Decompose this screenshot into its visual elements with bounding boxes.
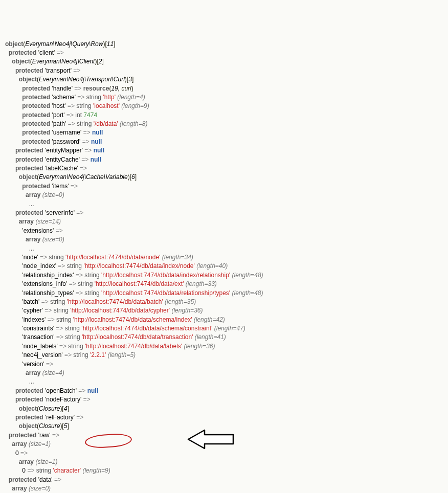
- root-id: 11: [107, 40, 114, 48]
- root-class: Everyman\Neo4j\Query\Row: [25, 40, 103, 48]
- host-value: 'localhost': [93, 102, 120, 109]
- client-class: Everyman\Neo4j\Client: [32, 58, 95, 65]
- url-constraints: 'http://localhost:7474/db/data/schema/co…: [81, 325, 212, 332]
- neo4j-version: '2.2.1': [90, 351, 106, 358]
- url-labels: 'http://localhost:7474/db/data/labels': [85, 343, 182, 350]
- key-client: client: [39, 49, 54, 56]
- url-transaction: 'http://localhost:7474/db/data/transacti…: [82, 333, 193, 341]
- character-value: 'character': [53, 467, 81, 474]
- cache-class: Everyman\Neo4j\Cache\Variable: [39, 173, 128, 181]
- var-dump-output: object(Everyman\Neo4j\Query\Row)[11] pro…: [5, 40, 443, 493]
- url-ext: 'http://localhost:7474/db/data/ext': [95, 280, 184, 287]
- path-value: '/db/data': [94, 120, 118, 127]
- url-cypher: 'http://localhost:7474/db/data/cypher': [70, 307, 170, 314]
- url-rel-types: 'http://localhost:7474/db/data/relations…: [101, 289, 230, 297]
- object-keyword: object: [5, 40, 23, 48]
- scheme-value: 'http': [103, 94, 116, 101]
- transport-class: Everyman\Neo4j\Transport\Curl: [39, 76, 125, 83]
- url-node-index: 'http://localhost:7474/db/data/index/nod…: [83, 262, 194, 270]
- url-indexes: 'http://localhost:7474/db/data/schema/in…: [73, 316, 192, 323]
- url-rel-index: 'http://localhost:7474/db/data/index/rel…: [101, 272, 230, 279]
- password-null: null: [91, 138, 102, 145]
- username-null: null: [92, 129, 103, 136]
- url-node: 'http://localhost:7474/db/data/node': [65, 254, 160, 261]
- url-batch: 'http://localhost:7474/db/data/batch': [67, 298, 163, 305]
- port-value: 7474: [83, 111, 97, 119]
